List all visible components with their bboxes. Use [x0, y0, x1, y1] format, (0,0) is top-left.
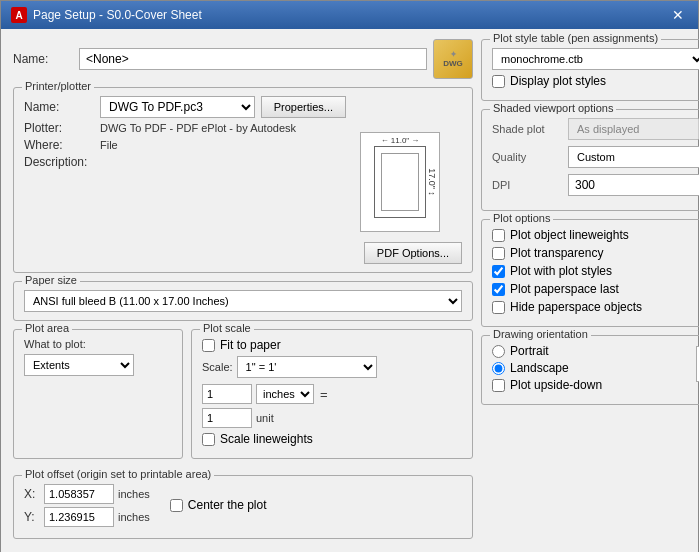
plot-style-table-title: Plot style table (pen assignments)	[490, 32, 661, 44]
display-plot-styles-row: Display plot styles	[492, 74, 699, 88]
display-plot-styles-label: Display plot styles	[510, 74, 606, 88]
landscape-row: Landscape	[492, 361, 688, 375]
printer-name-label: Name:	[24, 100, 94, 114]
scale-unit-row: unit	[202, 408, 462, 428]
offset-y-row: Y: inches	[24, 507, 150, 527]
pdf-options-button[interactable]: PDF Options...	[364, 242, 462, 264]
scale-row: Scale: 1" = 1'	[202, 356, 462, 378]
upside-down-label: Plot upside-down	[510, 378, 602, 392]
fit-to-paper-label: Fit to paper	[220, 338, 281, 352]
where-label: Where:	[24, 138, 94, 152]
printer-plotter-group: Printer/plotter Name: DWG To PDF.pc3 Pro…	[13, 87, 473, 273]
center-plot-row: Center the plot	[170, 498, 267, 512]
upside-down-checkbox[interactable]	[492, 379, 505, 392]
paper-inner	[374, 146, 426, 218]
plot-styles-checkbox[interactable]	[492, 265, 505, 278]
obj-lineweights-row: Plot object lineweights	[492, 228, 699, 242]
x-input[interactable]	[44, 484, 114, 504]
plot-options-group: Plot options Plot object lineweights Plo…	[481, 219, 699, 327]
name-input[interactable]: <None>	[79, 48, 427, 70]
plot-offset-rows: X: inches Y: inches	[24, 484, 462, 530]
scale-unit-select[interactable]: inches	[256, 384, 314, 404]
description-label: Description:	[24, 155, 94, 169]
plotter-row: Plotter: DWG To PDF - PDF ePlot - by Aut…	[24, 121, 346, 135]
plot-styles-label: Plot with plot styles	[510, 264, 612, 278]
landscape-label: Landscape	[510, 361, 569, 375]
center-plot-checkbox[interactable]	[170, 499, 183, 512]
y-unit: inches	[118, 511, 150, 523]
printer-name-select[interactable]: DWG To PDF.pc3	[100, 96, 255, 118]
plot-style-select[interactable]: monochrome.ctb	[492, 48, 699, 70]
portrait-radio[interactable]	[492, 345, 505, 358]
dpi-label: DPI	[492, 179, 562, 191]
hide-paperspace-row: Hide paperspace objects	[492, 300, 699, 314]
landscape-radio[interactable]	[492, 362, 505, 375]
portrait-label: Portrait	[510, 344, 549, 358]
shaded-viewport-title: Shaded viewport options	[490, 102, 616, 114]
fit-to-paper-checkbox[interactable]	[202, 339, 215, 352]
dpi-input[interactable]	[568, 174, 699, 196]
portrait-row: Portrait	[492, 344, 688, 358]
plot-offset-group: Plot offset (origin set to printable are…	[13, 475, 473, 539]
paper-size-select[interactable]: ANSI full bleed B (11.00 x 17.00 Inches)	[24, 290, 462, 312]
plot-offset-title: Plot offset (origin set to printable are…	[22, 468, 214, 480]
plot-style-select-row: monochrome.ctb ⊞	[492, 48, 699, 70]
description-row: Description:	[24, 155, 346, 169]
shaded-viewport-group: Shaded viewport options Shade plot As di…	[481, 109, 699, 211]
quality-select[interactable]: Custom	[568, 146, 699, 168]
paper-dim-h-arrows: ← 11.0" →	[374, 136, 426, 145]
display-plot-styles-checkbox[interactable]	[492, 75, 505, 88]
main-content: Name: <None> ✦ DWG Printer/plotter Name:	[1, 29, 698, 552]
properties-button[interactable]: Properties...	[261, 96, 346, 118]
what-to-plot-select[interactable]: Extents	[24, 354, 134, 376]
scale-input-row: inches =	[202, 384, 462, 404]
shade-plot-label: Shade plot	[492, 123, 562, 135]
y-label: Y:	[24, 510, 40, 524]
plot-options-title: Plot options	[490, 212, 553, 224]
right-column: Plot style table (pen assignments) monoc…	[481, 39, 699, 547]
plot-area-title: Plot area	[22, 322, 72, 334]
dpi-row: DPI	[492, 174, 699, 196]
scale-num2-input[interactable]	[202, 408, 252, 428]
transparency-checkbox[interactable]	[492, 247, 505, 260]
plot-scale-title: Plot scale	[200, 322, 254, 334]
page-setup-window: A Page Setup - S0.0-Cover Sheet ✕ Name: …	[0, 0, 699, 552]
where-value: File	[100, 139, 118, 151]
plot-style-table-group: Plot style table (pen assignments) monoc…	[481, 39, 699, 101]
what-to-plot-row: What to plot:	[24, 338, 172, 350]
scale-select[interactable]: 1" = 1'	[237, 356, 377, 378]
title-bar: A Page Setup - S0.0-Cover Sheet ✕	[1, 1, 698, 29]
scale-unit2: unit	[256, 412, 274, 424]
paper-size-group: Paper size ANSI full bleed B (11.00 x 17…	[13, 281, 473, 321]
drawing-orientation-title: Drawing orientation	[490, 328, 591, 340]
plotter-value: DWG To PDF - PDF ePlot - by Autodesk	[100, 122, 296, 134]
upside-down-row: Plot upside-down	[492, 378, 688, 392]
where-row: Where: File	[24, 138, 346, 152]
obj-lineweights-label: Plot object lineweights	[510, 228, 629, 242]
what-label: What to plot:	[24, 338, 86, 350]
paper-dim-h: 11.0"	[391, 136, 409, 145]
scale-num1-input[interactable]	[202, 384, 252, 404]
drawing-orientation-group: Drawing orientation Portrait Landscape	[481, 335, 699, 405]
paperspace-last-checkbox[interactable]	[492, 283, 505, 296]
printer-name-row: Name: DWG To PDF.pc3 Properties...	[24, 96, 346, 118]
obj-lineweights-checkbox[interactable]	[492, 229, 505, 242]
paperspace-last-label: Plot paperspace last	[510, 282, 619, 296]
y-input[interactable]	[44, 507, 114, 527]
name-row: Name: <None> ✦ DWG	[13, 39, 473, 79]
paper-size-title: Paper size	[22, 274, 80, 286]
close-button[interactable]: ✕	[668, 7, 688, 23]
dwg-icon: ✦ DWG	[433, 39, 473, 79]
shade-plot-select[interactable]: As displayed	[568, 118, 699, 140]
name-label: Name:	[13, 52, 73, 66]
scale-lineweights-checkbox[interactable]	[202, 433, 215, 446]
top-section: Name: <None> ✦ DWG Printer/plotter Name:	[13, 39, 686, 547]
left-column: Name: <None> ✦ DWG Printer/plotter Name:	[13, 39, 473, 547]
paper-preview: ← 11.0" → 17.0" ↕	[360, 132, 440, 232]
window-title: Page Setup - S0.0-Cover Sheet	[33, 8, 202, 22]
quality-row: Quality Custom	[492, 146, 699, 168]
shade-plot-row: Shade plot As displayed	[492, 118, 699, 140]
paperspace-last-row: Plot paperspace last	[492, 282, 699, 296]
plot-area-group: Plot area What to plot: Extents	[13, 329, 183, 459]
hide-paperspace-checkbox[interactable]	[492, 301, 505, 314]
